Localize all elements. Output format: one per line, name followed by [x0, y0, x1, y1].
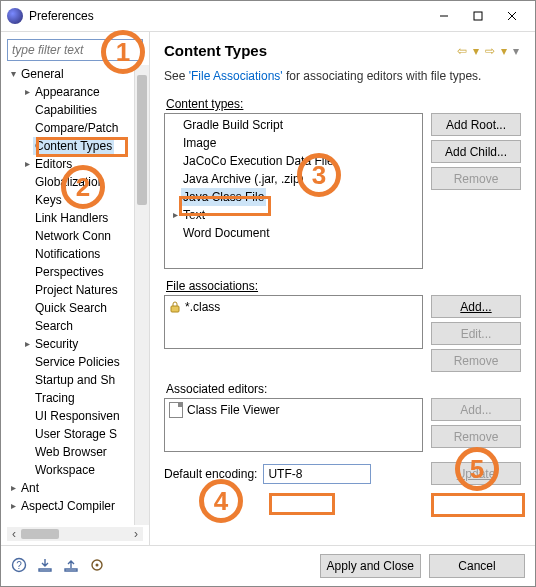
- window-title: Preferences: [29, 9, 427, 23]
- tree-item[interactable]: UI Responsiven: [7, 407, 147, 425]
- default-encoding-input[interactable]: [263, 464, 371, 484]
- sidebar-scrollbar[interactable]: [134, 65, 149, 525]
- associated-editor-item[interactable]: Class File Viewer: [169, 401, 418, 419]
- help-icon[interactable]: ?: [11, 557, 27, 576]
- dialog-footer: ? Apply and Close Cancel: [1, 545, 535, 586]
- chevron-right-icon: ▸: [21, 335, 33, 353]
- chevron-right-icon: ▸: [7, 479, 19, 497]
- tree-item[interactable]: Perspectives: [7, 263, 147, 281]
- default-encoding-label: Default encoding:: [164, 467, 257, 481]
- chevron-right-icon: ▸: [7, 497, 19, 515]
- file-associations-list[interactable]: *.class: [165, 296, 422, 348]
- fa-edit-button[interactable]: Edit...: [431, 322, 521, 345]
- tree-item[interactable]: Search: [7, 317, 147, 335]
- file-association-item[interactable]: *.class: [169, 298, 418, 316]
- ae-add-button[interactable]: Add...: [431, 398, 521, 421]
- tree-item[interactable]: Tracing: [7, 389, 147, 407]
- tree-item[interactable]: Link Handlers: [7, 209, 147, 227]
- maximize-button[interactable]: [461, 4, 495, 28]
- ae-remove-button[interactable]: Remove: [431, 425, 521, 448]
- tree-item[interactable]: Network Conn: [7, 227, 147, 245]
- app-icon: [7, 8, 23, 24]
- tree-item[interactable]: User Storage S: [7, 425, 147, 443]
- page-title: Content Types: [164, 42, 455, 59]
- main-panel: Content Types ⇦▾ ⇨▾ ▾ See 'File Associat…: [149, 32, 535, 545]
- minimize-button[interactable]: [427, 4, 461, 28]
- lock-icon: [169, 301, 181, 313]
- content-type-item[interactable]: ▸Text: [169, 206, 418, 224]
- ct-remove-button[interactable]: Remove: [431, 167, 521, 190]
- fa-add-button[interactable]: Add...: [431, 295, 521, 318]
- tree-item[interactable]: Capabilities: [7, 101, 147, 119]
- sidebar: ▾General▸AppearanceCapabilitiesCompare/P…: [1, 32, 149, 545]
- tree-item[interactable]: Workspace: [7, 461, 147, 479]
- close-button[interactable]: [495, 4, 529, 28]
- sidebar-hscrollbar[interactable]: ‹›: [7, 527, 143, 541]
- content-type-item[interactable]: Java Class File: [169, 188, 418, 206]
- tree-item[interactable]: Service Policies: [7, 353, 147, 371]
- content-type-item[interactable]: JaCoCo Execution Data File: [169, 152, 418, 170]
- svg-text:?: ?: [16, 560, 22, 571]
- content-types-tree[interactable]: Gradle Build ScriptImageJaCoCo Execution…: [165, 114, 422, 268]
- import-icon[interactable]: [37, 557, 53, 576]
- tree-item[interactable]: ▸Security: [7, 335, 147, 353]
- titlebar: Preferences: [1, 1, 535, 32]
- tree-item[interactable]: Startup and Sh: [7, 371, 147, 389]
- add-child-button[interactable]: Add Child...: [431, 140, 521, 163]
- update-button[interactable]: Update: [431, 462, 521, 485]
- menu-icon[interactable]: ▾: [511, 44, 521, 58]
- tree-item[interactable]: Compare/Patch: [7, 119, 147, 137]
- content-type-item[interactable]: Java Archive (.jar, .zip): [169, 170, 418, 188]
- preferences-tree[interactable]: ▾General▸AppearanceCapabilitiesCompare/P…: [7, 65, 149, 525]
- tree-item[interactable]: Project Natures: [7, 281, 147, 299]
- content-type-item[interactable]: Gradle Build Script: [169, 116, 418, 134]
- oomph-icon[interactable]: [89, 557, 105, 576]
- tree-item[interactable]: Content Types: [7, 137, 147, 155]
- associated-editors-label: Associated editors:: [166, 382, 521, 396]
- add-root-button[interactable]: Add Root...: [431, 113, 521, 136]
- tree-item[interactable]: ▸AspectJ Compiler: [7, 497, 147, 515]
- content-types-label: Content types:: [166, 97, 521, 111]
- svg-rect-0: [474, 12, 482, 20]
- nav-forward-icon[interactable]: ⇨: [483, 44, 497, 58]
- tree-item[interactable]: ▸Appearance: [7, 83, 147, 101]
- tree-item-general[interactable]: ▾General: [7, 65, 147, 83]
- history-nav: ⇦▾ ⇨▾ ▾: [455, 44, 521, 58]
- fa-remove-button[interactable]: Remove: [431, 349, 521, 372]
- tree-item[interactable]: Notifications: [7, 245, 147, 263]
- chevron-right-icon: ▸: [21, 155, 33, 173]
- nav-back-icon[interactable]: ⇦: [455, 44, 469, 58]
- svg-point-5: [96, 563, 99, 566]
- tree-item[interactable]: ▸Ant: [7, 479, 147, 497]
- chevron-right-icon: ▸: [21, 83, 33, 101]
- description-text: See 'File Associations' for associating …: [164, 69, 521, 83]
- apply-close-button[interactable]: Apply and Close: [320, 554, 421, 578]
- tree-item[interactable]: Globalization: [7, 173, 147, 191]
- file-associations-label: File associations:: [166, 279, 521, 293]
- file-icon: [169, 402, 183, 418]
- tree-item[interactable]: Web Browser: [7, 443, 147, 461]
- filter-input[interactable]: [7, 39, 143, 61]
- content-type-item[interactable]: Image: [169, 134, 418, 152]
- associated-editors-list[interactable]: Class File Viewer: [165, 399, 422, 451]
- preferences-window: Preferences ▾General▸AppearanceCapabilit…: [0, 0, 536, 587]
- tree-item[interactable]: Keys: [7, 191, 147, 209]
- cancel-button[interactable]: Cancel: [429, 554, 525, 578]
- tree-item[interactable]: Quick Search: [7, 299, 147, 317]
- chevron-right-icon: ▸: [169, 206, 181, 224]
- svg-rect-1: [171, 306, 179, 312]
- file-associations-link[interactable]: 'File Associations': [189, 69, 283, 83]
- chevron-down-icon: ▾: [7, 65, 19, 83]
- export-icon[interactable]: [63, 557, 79, 576]
- tree-item[interactable]: ▸Editors: [7, 155, 147, 173]
- content-type-item[interactable]: Word Document: [169, 224, 418, 242]
